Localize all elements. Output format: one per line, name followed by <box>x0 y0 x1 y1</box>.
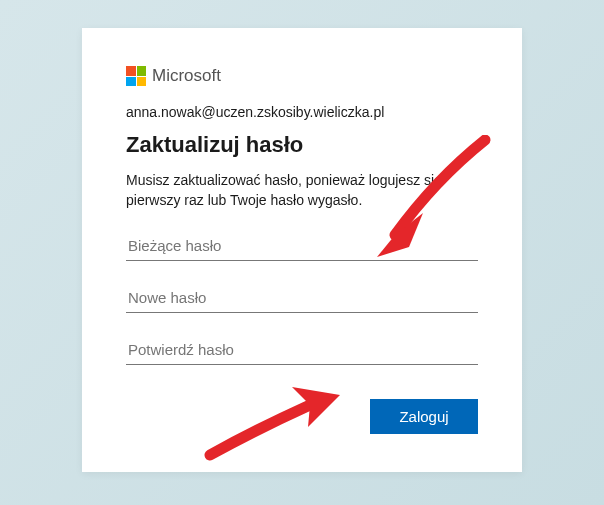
microsoft-logo-icon <box>126 66 146 86</box>
actions-row: Zaloguj <box>126 399 478 434</box>
new-password-field[interactable] <box>126 283 478 313</box>
auth-card: Microsoft anna.nowak@uczen.zskosiby.wiel… <box>82 28 522 472</box>
submit-button[interactable]: Zaloguj <box>370 399 478 434</box>
page-description: Musisz zaktualizować hasło, ponieważ log… <box>126 170 478 211</box>
user-email: anna.nowak@uczen.zskosiby.wieliczka.pl <box>126 104 478 120</box>
current-password-field[interactable] <box>126 231 478 261</box>
page-title: Zaktualizuj hasło <box>126 132 478 158</box>
brand: Microsoft <box>126 66 478 86</box>
confirm-password-field[interactable] <box>126 335 478 365</box>
brand-name: Microsoft <box>152 66 221 86</box>
